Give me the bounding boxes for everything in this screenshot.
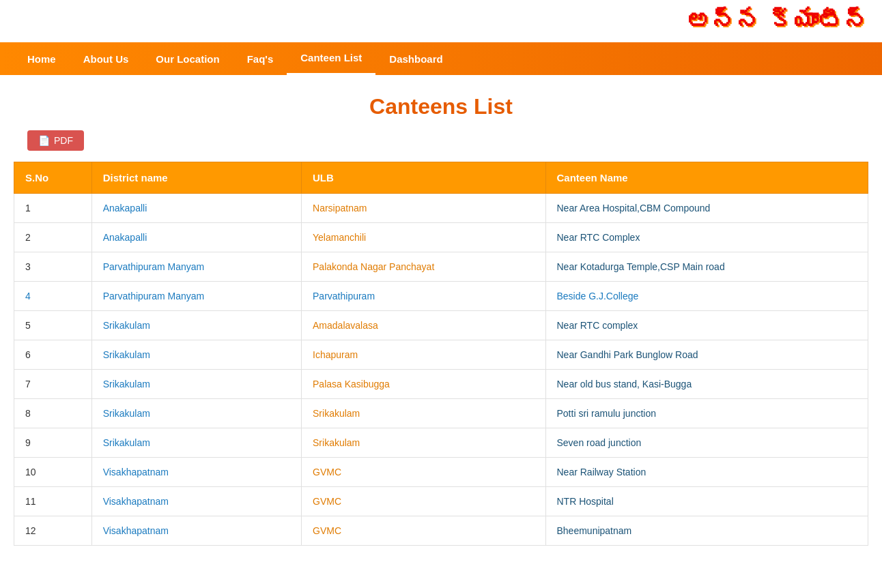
- col-header-ulb: ULB: [302, 162, 545, 194]
- cell-sno: 6: [14, 340, 92, 370]
- cell-ulb: Ichapuram: [302, 340, 545, 370]
- cell-ulb: GVMC: [302, 516, 545, 546]
- canteens-table-container: S.NoDistrict nameULBCanteen Name 1Anakap…: [0, 162, 882, 573]
- pdf-icon: 📄: [38, 135, 50, 146]
- cell-district: Anakapalli: [91, 194, 301, 223]
- cell-ulb: Parvathipuram: [302, 282, 545, 311]
- page-title: Canteens List: [0, 75, 882, 130]
- cell-sno: 12: [14, 516, 92, 546]
- table-row: 4Parvathipuram ManyamParvathipuramBeside…: [14, 282, 868, 311]
- cell-ulb: Narsipatnam: [302, 194, 545, 223]
- cell-canteen: Beside G.J.College: [545, 282, 868, 311]
- nav-item-canteen-list[interactable]: Canteen List: [287, 42, 375, 75]
- cell-canteen: Near RTC Complex: [545, 223, 868, 252]
- table-row: 3Parvathipuram ManyamPalakonda Nagar Pan…: [14, 252, 868, 282]
- col-header-s.no: S.No: [14, 162, 92, 194]
- cell-district: Srikakulam: [91, 370, 301, 399]
- pdf-button-label: PDF: [54, 135, 73, 146]
- cell-district: Parvathipuram Manyam: [91, 252, 301, 282]
- cell-canteen: Near Railway Station: [545, 458, 868, 487]
- cell-ulb: Palakonda Nagar Panchayat: [302, 252, 545, 282]
- cell-canteen: Potti sri ramulu junction: [545, 399, 868, 428]
- col-header-canteen-name: Canteen Name: [545, 162, 868, 194]
- table-row: 10VisakhapatnamGVMCNear Railway Station: [14, 458, 868, 487]
- cell-canteen: Seven road junction: [545, 428, 868, 458]
- cell-district: Srikakulam: [91, 311, 301, 340]
- col-header-district-name: District name: [91, 162, 301, 194]
- cell-canteen: NTR Hospital: [545, 487, 868, 516]
- nav-item-faq-s[interactable]: Faq's: [233, 44, 287, 74]
- cell-sno: 1: [14, 194, 92, 223]
- cell-canteen: Near Area Hospital,CBM Compound: [545, 194, 868, 223]
- site-logo: అన్న క్యాంటీన్: [686, 7, 868, 35]
- cell-canteen: Bheemunipatnam: [545, 516, 868, 546]
- table-row: 9SrikakulamSrikakulamSeven road junction: [14, 428, 868, 458]
- pdf-download-button[interactable]: 📄 PDF: [27, 130, 84, 151]
- table-row: 12VisakhapatnamGVMCBheemunipatnam: [14, 516, 868, 546]
- cell-ulb: Palasa Kasibugga: [302, 370, 545, 399]
- cell-ulb: Srikakulam: [302, 399, 545, 428]
- cell-district: Visakhapatnam: [91, 487, 301, 516]
- cell-sno: 10: [14, 458, 92, 487]
- cell-sno: 2: [14, 223, 92, 252]
- cell-sno: 8: [14, 399, 92, 428]
- pdf-button-container: 📄 PDF: [0, 130, 882, 162]
- cell-district: Srikakulam: [91, 399, 301, 428]
- cell-canteen: Near old bus stand, Kasi-Bugga: [545, 370, 868, 399]
- cell-canteen: Near Gandhi Park Bunglow Road: [545, 340, 868, 370]
- table-row: 11VisakhapatnamGVMCNTR Hospital: [14, 487, 868, 516]
- cell-district: Parvathipuram Manyam: [91, 282, 301, 311]
- nav-item-our-location[interactable]: Our Location: [142, 44, 233, 74]
- table-row: 8SrikakulamSrikakulamPotti sri ramulu ju…: [14, 399, 868, 428]
- cell-sno: 5: [14, 311, 92, 340]
- cell-ulb: GVMC: [302, 458, 545, 487]
- table-row: 2AnakapalliYelamanchiliNear RTC Complex: [14, 223, 868, 252]
- cell-district: Srikakulam: [91, 340, 301, 370]
- cell-district: Anakapalli: [91, 223, 301, 252]
- nav-item-about-us[interactable]: About Us: [70, 44, 143, 74]
- cell-district: Visakhapatnam: [91, 516, 301, 546]
- cell-ulb: Srikakulam: [302, 428, 545, 458]
- table-row: 5SrikakulamAmadalavalasaNear RTC complex: [14, 311, 868, 340]
- table-header: S.NoDistrict nameULBCanteen Name: [14, 162, 868, 194]
- cell-canteen: Near RTC complex: [545, 311, 868, 340]
- cell-canteen: Near Kotadurga Temple,CSP Main road: [545, 252, 868, 282]
- logo-bar: అన్న క్యాంటీన్: [0, 0, 882, 42]
- canteens-table: S.NoDistrict nameULBCanteen Name 1Anakap…: [14, 162, 868, 546]
- nav-item-dashboard[interactable]: Dashboard: [375, 44, 456, 74]
- main-nav: HomeAbout UsOur LocationFaq'sCanteen Lis…: [0, 42, 882, 75]
- cell-sno: 3: [14, 252, 92, 282]
- cell-district: Visakhapatnam: [91, 458, 301, 487]
- table-body: 1AnakapalliNarsipatnamNear Area Hospital…: [14, 194, 868, 546]
- cell-district: Srikakulam: [91, 428, 301, 458]
- table-row: 1AnakapalliNarsipatnamNear Area Hospital…: [14, 194, 868, 223]
- cell-sno: 9: [14, 428, 92, 458]
- cell-ulb: GVMC: [302, 487, 545, 516]
- cell-ulb: Amadalavalasa: [302, 311, 545, 340]
- table-row: 7SrikakulamPalasa KasibuggaNear old bus …: [14, 370, 868, 399]
- cell-ulb: Yelamanchili: [302, 223, 545, 252]
- nav-item-home[interactable]: Home: [14, 44, 70, 74]
- cell-sno: 11: [14, 487, 92, 516]
- cell-sno: 4: [14, 282, 92, 311]
- cell-sno: 7: [14, 370, 92, 399]
- table-row: 6SrikakulamIchapuramNear Gandhi Park Bun…: [14, 340, 868, 370]
